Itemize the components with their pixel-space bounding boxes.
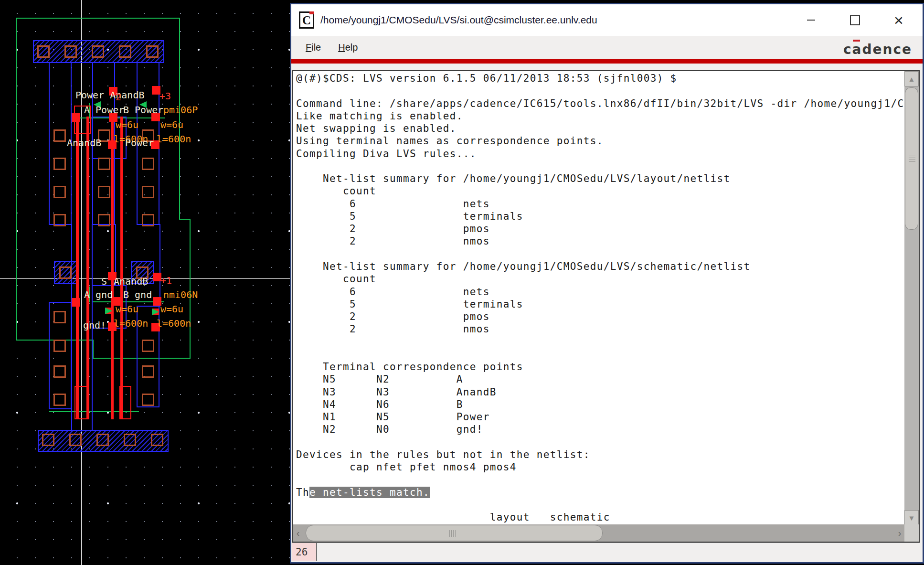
nwell-edge xyxy=(179,219,191,220)
cadence-red-rule xyxy=(291,59,923,64)
scroll-up-button[interactable]: ▲ xyxy=(904,71,919,86)
layout-label: l=600n xyxy=(157,318,191,329)
contact-square xyxy=(142,340,154,352)
layout-canvas[interactable]: Power AnandB2+3A PowerB Powerpmi06Pw=6uw… xyxy=(0,0,290,565)
contact-square xyxy=(53,340,66,352)
lvs-output-text[interactable]: @(#)$CDS: LVS version 6.1.5 06/11/2013 1… xyxy=(293,71,904,525)
contact-square xyxy=(53,311,66,323)
vertical-scroll-thumb[interactable] xyxy=(905,87,918,230)
contact-square xyxy=(142,365,154,378)
contact-square xyxy=(69,434,82,446)
contact-square xyxy=(142,158,154,170)
terminal-line xyxy=(296,85,904,97)
poly-outline xyxy=(74,386,87,419)
menu-bar: FileHelp xyxy=(291,36,923,59)
cadence-icon-reddot xyxy=(309,11,314,14)
contact-square xyxy=(96,434,109,446)
terminal-line: 2 nmos xyxy=(296,323,904,336)
contact-square xyxy=(42,434,54,446)
terminal-line: 5 terminals xyxy=(296,211,904,223)
menu-help[interactable]: Help xyxy=(338,42,358,53)
terminal-line: The net-lists match. xyxy=(296,487,904,499)
terminal-line: N4 N6 B xyxy=(296,399,904,411)
layout-label: pmi06P xyxy=(163,105,198,115)
minimize-button[interactable] xyxy=(798,10,823,31)
terminal-line: 5 terminals xyxy=(296,298,904,311)
layout-label: A gnd xyxy=(84,289,113,300)
layout-label: B Power xyxy=(123,105,163,115)
layout-label: Power AnandB xyxy=(75,90,145,100)
terminal-line xyxy=(296,499,904,512)
title-bar[interactable]: C /home/youngj1/CMOSedu/LVS/si.out@csimc… xyxy=(291,4,923,36)
scroll-down-button[interactable]: ▼ xyxy=(904,510,919,525)
contact-square xyxy=(98,186,110,198)
menu-file[interactable]: File xyxy=(306,42,321,53)
contact-square xyxy=(53,214,66,226)
terminal-line: 6 nets xyxy=(296,198,904,211)
crosshair-vertical xyxy=(81,0,82,565)
layout-label: +3 xyxy=(159,91,171,101)
contact-square xyxy=(142,394,154,406)
close-button[interactable]: × xyxy=(886,10,911,31)
metal-line xyxy=(92,224,93,286)
poly-shape xyxy=(111,117,114,419)
layout-label: S xyxy=(101,276,107,287)
vertical-scrollbar[interactable]: ▲ ▼ xyxy=(904,71,919,525)
contact-square xyxy=(64,45,77,58)
layout-label: nmi06N xyxy=(163,289,198,300)
terminal-line: layout schematic xyxy=(296,512,904,524)
poly-shape xyxy=(76,117,79,419)
layout-label: AnandB xyxy=(114,276,148,287)
terminal-line: 2 pmos xyxy=(296,223,904,235)
terminal-line: Compiling Diva LVS rules... xyxy=(296,148,904,160)
terminal-line: 2 pmos xyxy=(296,311,904,323)
terminal-line xyxy=(296,160,904,173)
layout-label: w=6u xyxy=(160,304,183,314)
scroll-left-button[interactable]: ‹ xyxy=(293,524,303,542)
layout-label: +1 xyxy=(160,275,172,286)
horizontal-scroll-thumb[interactable] xyxy=(306,525,603,541)
contact-square xyxy=(53,158,66,170)
terminal-line: count xyxy=(296,185,904,198)
layout-label: w=6u xyxy=(116,304,138,314)
window-title: /home/youngj1/CMOSedu/LVS/si.out@csimclu… xyxy=(320,14,597,26)
terminal-line: Devices in the rules but not in the netl… xyxy=(296,449,904,461)
terminal-line: Command line: /share/apps/cadence/IC615/… xyxy=(296,98,904,110)
pin-arrow-icon xyxy=(105,308,112,314)
layout-label: w=6u xyxy=(160,119,183,130)
contact-square xyxy=(98,214,110,226)
layout-label: l=600n xyxy=(114,318,148,329)
layout-label: B gnd xyxy=(123,289,152,300)
terminal-line: 2 nmos xyxy=(296,235,904,248)
terminal-line xyxy=(296,349,904,361)
lvs-output-window: C /home/youngj1/CMOSedu/LVS/si.out@csimc… xyxy=(290,3,924,564)
maximize-button[interactable] xyxy=(842,10,867,31)
terminal-line: 6 nets xyxy=(296,286,904,298)
layout-label: 2 xyxy=(116,92,121,102)
terminal-line: Using terminal names as correspondence p… xyxy=(296,135,904,148)
layout-label: Power xyxy=(125,138,154,148)
terminal-line: N5 N2 A xyxy=(296,373,904,386)
poly-shape xyxy=(120,117,123,419)
netlists-match-highlight: e net-lists match. xyxy=(309,487,430,498)
terminal-line: Like matching is enabled. xyxy=(296,110,904,123)
metal-line xyxy=(71,224,72,431)
cadence-logo-macron: a xyxy=(852,42,862,57)
terminal-line: N1 N5 Power xyxy=(296,411,904,424)
terminal-line: Net-list summary for /home/youngj1/CMOSe… xyxy=(296,173,904,185)
line-number-field: 26 xyxy=(292,543,317,561)
layout-label: w=6u xyxy=(116,119,138,130)
contact-square xyxy=(59,267,72,279)
maximize-icon xyxy=(850,15,860,25)
nwell-edge xyxy=(16,18,17,341)
nwell-edge xyxy=(16,18,180,19)
contact-square xyxy=(98,158,110,170)
terminal-line xyxy=(296,437,904,449)
window-controls: × xyxy=(779,10,911,31)
pin-arrow-icon xyxy=(152,309,159,315)
status-bar: 26 xyxy=(292,543,920,561)
contact-square xyxy=(37,45,50,58)
scroll-right-button[interactable]: › xyxy=(895,524,904,542)
layout-label: l=600n xyxy=(157,134,191,144)
horizontal-scrollbar[interactable]: ‹ › xyxy=(293,524,904,542)
